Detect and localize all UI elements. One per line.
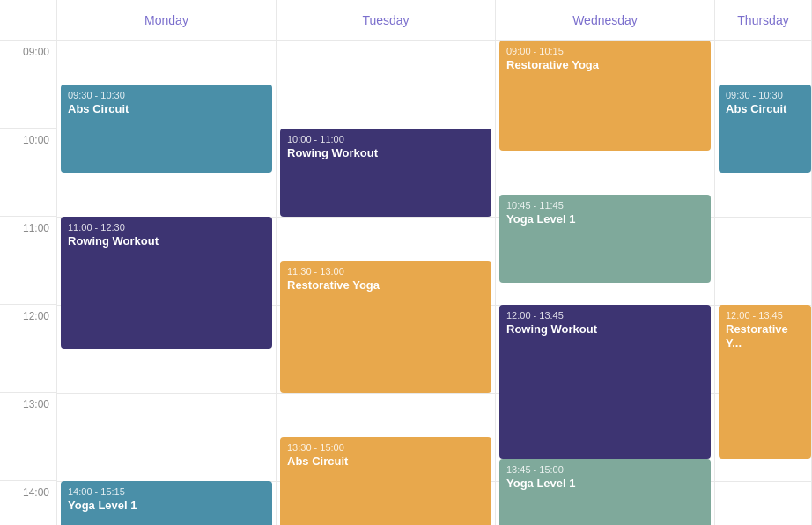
time-label-13: 13:00 [23,398,49,410]
day-column-monday: Monday 09:30 - 10:30 Abs Circuit 11:00 -… [57,0,277,525]
grid-line [277,217,495,218]
day-header-wednesday: Wednesday [496,0,714,41]
day-header-thursday: Thursday [715,0,811,41]
time-slot-11: 11:00 [0,217,56,305]
day-header-monday: Monday [57,0,276,41]
time-label-9: 09:00 [23,46,49,58]
event-title: Restorative Yoga [287,278,484,292]
day-label-wednesday: Wednesday [572,13,638,27]
event-title: Rowing Workout [506,322,704,336]
grid-line [57,41,276,41]
event-thursday-restorative[interactable]: 12:00 - 13:45 Restorative Y... [719,305,811,459]
time-header-empty [0,0,56,41]
event-time: 12:00 - 13:45 [726,310,804,321]
event-wednesday-yoga2[interactable]: 13:45 - 15:00 Yoga Level 1 [499,459,711,525]
event-time: 14:00 - 15:15 [68,486,265,497]
event-time: 13:45 - 15:00 [506,464,704,475]
day-label-thursday: Thursday [737,13,788,27]
event-wednesday-yoga1[interactable]: 10:45 - 11:45 Yoga Level 1 [499,195,711,283]
event-time: 09:30 - 10:30 [726,90,804,100]
event-time: 11:00 - 12:30 [68,222,265,233]
event-monday-rowing[interactable]: 11:00 - 12:30 Rowing Workout [61,217,272,349]
day-body-monday: 09:30 - 10:30 Abs Circuit 11:00 - 12:30 … [57,41,276,525]
event-title: Rowing Workout [68,234,265,248]
event-tuesday-rowing[interactable]: 10:00 - 11:00 Rowing Workout [280,129,491,217]
day-body-tuesday: 10:00 - 11:00 Rowing Workout 11:30 - 13:… [277,41,495,525]
time-label-10: 10:00 [23,134,49,146]
day-column-tuesday: Tuesday 10:00 - 11:00 Rowing Workout 11:… [277,0,496,525]
time-slot-12: 12:00 [0,305,56,393]
event-monday-abs-circuit[interactable]: 09:30 - 10:30 Abs Circuit [61,85,272,173]
event-title: Abs Circuit [68,102,265,116]
day-label-tuesday: Tuesday [362,13,409,27]
event-time: 10:45 - 11:45 [506,200,704,211]
event-time: 11:30 - 13:00 [287,266,484,277]
grid-line [715,41,811,41]
day-label-monday: Monday [144,13,188,27]
days-area: Monday 09:30 - 10:30 Abs Circuit 11:00 -… [57,0,812,525]
event-wednesday-rowing[interactable]: 12:00 - 13:45 Rowing Workout [499,305,711,459]
event-wednesday-restorative[interactable]: 09:00 - 10:15 Restorative Yoga [499,41,711,151]
event-title: Yoga Level 1 [68,499,265,513]
event-time: 10:00 - 11:00 [287,134,484,144]
day-body-wednesday: 09:00 - 10:15 Restorative Yoga 10:45 - 1… [496,41,714,525]
grid-line [57,393,276,394]
event-thursday-abs[interactable]: 09:30 - 10:30 Abs Circuit [719,85,811,173]
time-slot-10: 10:00 [0,129,56,217]
grid-line [715,217,811,218]
event-title: Restorative Y... [726,322,804,350]
event-monday-yoga[interactable]: 14:00 - 15:15 Yoga Level 1 [61,481,272,525]
day-body-thursday: 09:30 - 10:30 Abs Circuit 12:00 - 13:45 … [715,41,811,525]
event-title: Yoga Level 1 [506,212,704,226]
grid-line [277,41,495,41]
time-slot-9: 09:00 [0,41,56,129]
time-slot-13: 13:00 [0,393,56,481]
day-header-tuesday: Tuesday [277,0,495,41]
time-label-12: 12:00 [23,310,49,322]
event-tuesday-restorative[interactable]: 11:30 - 13:00 Restorative Yoga [280,261,491,393]
time-column: 09:00 10:00 11:00 12:00 13:00 14:00 [0,0,57,525]
grid-line [715,481,811,482]
time-slot-14: 14:00 [0,481,56,525]
event-time: 09:30 - 10:30 [68,90,265,100]
day-column-wednesday: Wednesday 09:00 - 10:15 Restorative Yoga… [496,0,715,525]
time-label-14: 14:00 [23,486,49,499]
time-label-11: 11:00 [23,222,49,234]
event-time: 13:30 - 15:00 [287,442,484,453]
event-title: Abs Circuit [287,455,484,469]
event-title: Restorative Yoga [506,58,704,72]
event-title: Rowing Workout [287,146,484,160]
event-tuesday-abs[interactable]: 13:30 - 15:00 Abs Circuit [280,437,491,525]
day-column-thursday: Thursday 09:30 - 10:30 Abs Circuit 12:00… [715,0,812,525]
grid-line [277,393,495,394]
event-time: 09:00 - 10:15 [506,46,704,56]
calendar-container: 09:00 10:00 11:00 12:00 13:00 14:00 Mond… [0,0,812,525]
event-title: Abs Circuit [726,102,804,116]
event-time: 12:00 - 13:45 [506,310,704,321]
event-title: Yoga Level 1 [506,477,704,491]
